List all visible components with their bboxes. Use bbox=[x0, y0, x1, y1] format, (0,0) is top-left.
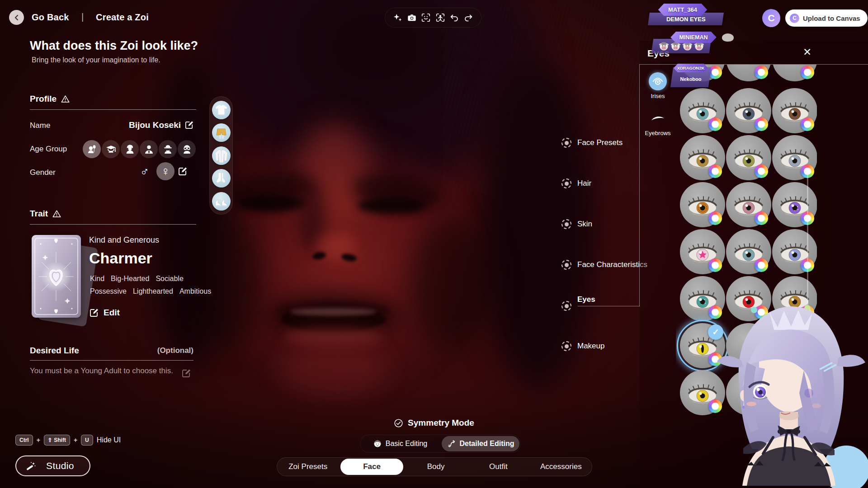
iris-colorwheel-badge[interactable] bbox=[755, 305, 768, 319]
radio-icon bbox=[561, 341, 571, 351]
camera-button[interactable] bbox=[406, 12, 417, 23]
menu-item-skin[interactable]: Skin bbox=[561, 219, 592, 229]
studio-label: Studio bbox=[46, 460, 74, 471]
tab-outfit[interactable]: Outfit bbox=[467, 457, 529, 476]
tab-zoi-presets[interactable]: Zoi Presets bbox=[277, 457, 339, 476]
iris-colorwheel-badge[interactable] bbox=[755, 117, 768, 131]
sneakers-icon bbox=[212, 192, 231, 211]
profile-section-header: Profile bbox=[30, 94, 70, 104]
tab-accessories[interactable]: Accessories bbox=[530, 457, 592, 476]
tab-irises[interactable]: Irises bbox=[649, 72, 667, 99]
menu-label: Eyes bbox=[577, 295, 595, 304]
redo-icon bbox=[463, 13, 473, 23]
iris-colorwheel-badge[interactable] bbox=[708, 305, 722, 319]
infant-balloon-icon bbox=[86, 144, 97, 155]
edit-icon bbox=[177, 166, 188, 177]
outfit-slot-sneakers[interactable] bbox=[212, 192, 231, 211]
ai-sparkle-button[interactable] bbox=[392, 12, 403, 23]
menu-item-makeup[interactable]: Makeup bbox=[561, 341, 604, 351]
iris-colorwheel-badge[interactable] bbox=[708, 258, 722, 272]
basic-editing-label: Basic Editing bbox=[386, 440, 428, 448]
radio-icon bbox=[561, 138, 571, 148]
page-title: Create a Zoi bbox=[96, 12, 149, 23]
detailed-editing-label: Detailed Editing bbox=[460, 440, 514, 448]
iris-colorwheel-badge[interactable] bbox=[755, 211, 768, 225]
trait-title: Charmer bbox=[89, 249, 152, 267]
key-u: U bbox=[81, 435, 93, 446]
edit-trait-button[interactable]: Edit bbox=[89, 307, 120, 318]
age-group-teen[interactable] bbox=[121, 140, 139, 158]
basic-editing-button[interactable]: Basic Editing bbox=[361, 436, 439, 451]
trait-card[interactable] bbox=[32, 235, 81, 318]
eyes-connector-line bbox=[578, 306, 640, 306]
outfit-slot-tshirt[interactable] bbox=[212, 101, 231, 119]
age-group-infant[interactable] bbox=[83, 140, 101, 158]
edit-gender-button[interactable] bbox=[177, 166, 188, 177]
warning-icon bbox=[52, 209, 61, 219]
symmetry-mode-toggle[interactable]: Symmetry Mode bbox=[344, 418, 524, 428]
outfit-slot-jacket[interactable] bbox=[212, 146, 231, 165]
iris-colorwheel-badge[interactable] bbox=[708, 352, 722, 366]
iris-colorwheel-badge[interactable] bbox=[801, 66, 814, 79]
eyebrows-icon bbox=[649, 109, 667, 127]
menu-item-face-presets[interactable]: Face Presets bbox=[561, 138, 623, 148]
go-back-button[interactable] bbox=[9, 10, 24, 25]
trait-tag: Kind bbox=[90, 275, 104, 283]
tab-face[interactable]: Face bbox=[340, 459, 403, 475]
hide-ui-label: Hide UI bbox=[97, 436, 121, 444]
menu-item-hair[interactable]: Hair bbox=[561, 178, 591, 188]
iris-colorwheel-badge[interactable] bbox=[708, 211, 722, 225]
close-icon[interactable]: ✕ bbox=[803, 47, 811, 57]
gender-female[interactable]: ♀ bbox=[156, 162, 175, 180]
iris-colorwheel-badge[interactable] bbox=[755, 399, 768, 413]
chevron-left-icon bbox=[14, 14, 20, 21]
upload-to-canvas-button[interactable]: C Upload to Canvas bbox=[785, 9, 868, 27]
outfit-slot-socks[interactable] bbox=[212, 169, 231, 188]
edit-icon bbox=[89, 307, 99, 318]
desired-life-divider bbox=[30, 360, 193, 361]
age-group-middle-aged[interactable] bbox=[159, 140, 177, 158]
iris-colorwheel-badge[interactable] bbox=[708, 117, 722, 131]
body-scan-button[interactable] bbox=[435, 12, 446, 23]
warning-icon bbox=[61, 94, 70, 104]
menu-label: Makeup bbox=[577, 342, 604, 351]
iris-colorwheel-badge[interactable] bbox=[708, 399, 722, 413]
outfit-quick-slots bbox=[209, 96, 233, 215]
iris-colorwheel-badge[interactable] bbox=[801, 117, 814, 131]
name-value: Bijou Koseki bbox=[30, 120, 181, 130]
selected-check-badge: ✓ bbox=[708, 324, 723, 340]
go-back-label[interactable]: Go Back bbox=[32, 12, 69, 23]
tab-body[interactable]: Body bbox=[405, 457, 467, 476]
camera-icon bbox=[407, 13, 417, 23]
edit-name-button[interactable] bbox=[184, 119, 194, 130]
symmetry-label: Symmetry Mode bbox=[408, 418, 474, 428]
edit-icon bbox=[184, 120, 194, 130]
badge-user-label: MINIEMAN bbox=[679, 34, 708, 41]
bottom-tab-bar: Zoi Presets Face Body Outfit Accessories bbox=[277, 457, 592, 476]
radio-icon bbox=[561, 301, 571, 311]
edit-icon bbox=[181, 368, 192, 379]
age-group-senior[interactable] bbox=[178, 140, 196, 158]
face-scan-button[interactable] bbox=[420, 12, 431, 23]
gender-male[interactable]: ♂ bbox=[136, 162, 154, 180]
tab-eyebrows[interactable]: Eyebrows bbox=[645, 109, 670, 136]
iris-colorwheel-badge[interactable] bbox=[708, 164, 722, 178]
menu-item-face-characteristics[interactable]: Face Characteristics bbox=[561, 260, 647, 270]
shorts-icon bbox=[212, 123, 231, 142]
panel-scrollbar[interactable] bbox=[807, 173, 808, 421]
studio-button[interactable]: Studio bbox=[15, 455, 90, 476]
age-group-adult[interactable] bbox=[140, 140, 158, 158]
iris-colorwheel-badge[interactable] bbox=[755, 258, 768, 272]
eyes-panel-left-border bbox=[639, 64, 640, 306]
outfit-slot-shorts[interactable] bbox=[212, 123, 231, 142]
redo-button[interactable] bbox=[463, 12, 474, 23]
age-group-student[interactable] bbox=[102, 140, 120, 158]
undo-button[interactable] bbox=[449, 12, 460, 23]
edit-desired-life-button[interactable] bbox=[181, 368, 192, 379]
badge-user-label: MATT_364 bbox=[668, 6, 697, 13]
iris-colorwheel-badge[interactable] bbox=[755, 66, 768, 79]
iris-colorwheel-badge[interactable] bbox=[755, 352, 768, 366]
canvas-logo[interactable]: C bbox=[762, 9, 780, 27]
detailed-editing-button[interactable]: Detailed Editing bbox=[442, 436, 519, 451]
iris-colorwheel-badge[interactable] bbox=[755, 164, 768, 178]
